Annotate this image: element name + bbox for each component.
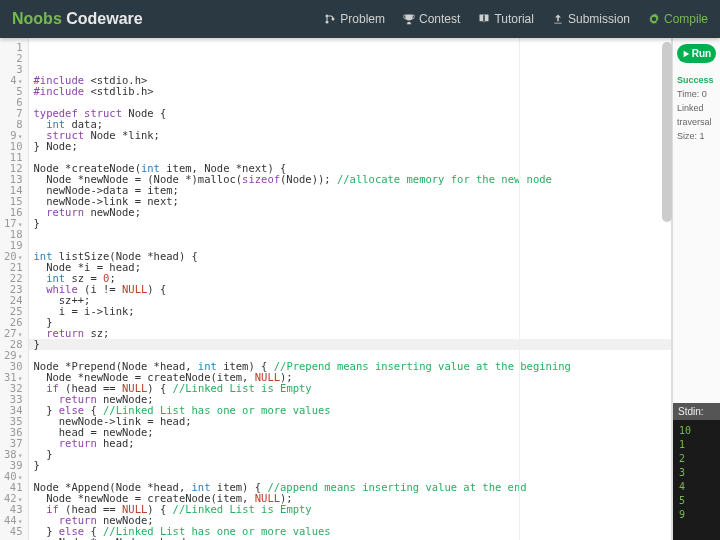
code-line[interactable]: i = i->link; [33,306,671,317]
code-line[interactable]: } Node; [33,141,671,152]
nav-items: Problem Contest Tutorial Submission [324,12,708,26]
stdin-line: 3 [679,466,714,480]
sidebar-right: Run Success Time: 0 Linked traversal Siz… [672,38,720,540]
code-line[interactable]: return head; [33,438,671,449]
code-line[interactable]: } [33,317,671,328]
branch-icon [324,13,336,25]
output-line: traversal [677,115,718,129]
nav-compile[interactable]: Compile [648,12,708,26]
code-line[interactable] [33,229,671,240]
nav-contest-label: Contest [419,12,460,26]
gear-icon [648,13,660,25]
stdin-line: 5 [679,494,714,508]
code-line[interactable]: } [33,218,671,229]
nav-submission-label: Submission [568,12,630,26]
trophy-icon [403,13,415,25]
size-row: Size: 1 [677,129,718,143]
nav-tutorial[interactable]: Tutorial [478,12,534,26]
code-line[interactable]: return newNode; [33,207,671,218]
editor-column: 1234▾56789▾1011121314151617▾181920▾21222… [0,38,672,540]
code-line[interactable]: while (i != NULL) { [33,284,671,295]
stdin-header: Stdin: [673,403,720,420]
stdin-line: 2 [679,452,714,466]
brand[interactable]: Noobs Codeware [12,10,143,28]
run-row: Run [673,38,720,69]
svg-point-0 [326,15,329,18]
line-gutter: 1234▾56789▾1011121314151617▾181920▾21222… [0,38,29,540]
editor-scrollbar[interactable] [662,42,672,222]
nav-contest[interactable]: Contest [403,12,460,26]
brand-part-a: Noobs [12,10,62,27]
stdin-line: 1 [679,438,714,452]
navbar: Noobs Codeware Problem Contest Tutoria [0,0,720,38]
stdin-line: 9 [679,508,714,522]
output-line: Linked [677,101,718,115]
status-text: Success [677,73,718,87]
code-line[interactable]: typedef struct Node { [33,108,671,119]
run-button[interactable]: Run [677,44,716,63]
nav-problem-label: Problem [340,12,385,26]
brand-part-b: Codeware [66,10,142,27]
code-line[interactable]: return sz; [33,328,671,339]
app-root: Noobs Codeware Problem Contest Tutoria [0,0,720,540]
svg-point-1 [326,21,329,24]
stdin-line: 10 [679,424,714,438]
code-line[interactable]: } [29,339,671,350]
play-icon [682,50,690,58]
upload-icon [552,13,564,25]
code-line[interactable]: } [33,460,671,471]
stdin-panel: Stdin: 10123459 [673,403,720,540]
stdin-body[interactable]: 10123459 [673,420,720,540]
code-line[interactable]: } [33,449,671,460]
editor-body: 1234▾56789▾1011121314151617▾181920▾21222… [0,38,672,540]
results-panel: Success Time: 0 Linked traversal Size: 1 [673,69,720,147]
code-line[interactable]: Node *i = head; [33,262,671,273]
stdin-line: 4 [679,480,714,494]
nav-compile-label: Compile [664,12,708,26]
nav-tutorial-label: Tutorial [494,12,534,26]
code-line[interactable]: #include <stdlib.h> [33,86,671,97]
nav-problem[interactable]: Problem [324,12,385,26]
code-line[interactable]: struct Node *link; [33,130,671,141]
code-area[interactable]: #include <stdio.h>#include <stdlib.h> ty… [29,38,671,540]
book-icon [478,13,490,25]
time-row: Time: 0 [677,87,718,101]
nav-submission[interactable]: Submission [552,12,630,26]
run-label: Run [692,48,711,59]
line-number: 45 [4,526,22,537]
main: 1234▾56789▾1011121314151617▾181920▾21222… [0,38,720,540]
print-margin [519,38,520,540]
